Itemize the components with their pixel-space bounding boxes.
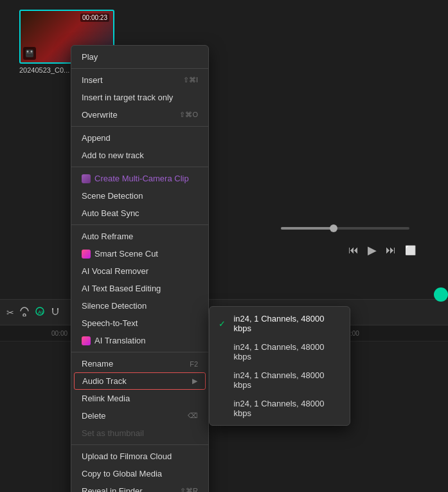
separator-6 xyxy=(71,444,208,445)
menu-label-delete: Delete xyxy=(82,411,106,421)
menu-item-append[interactable]: Append xyxy=(71,129,208,147)
multi-camera-icon xyxy=(82,174,91,183)
svg-rect-3 xyxy=(26,53,33,53)
progress-handle[interactable] xyxy=(330,224,337,232)
shortcut-reveal: ⇧⌘R xyxy=(180,487,198,492)
menu-item-insert-target[interactable]: Insert in target track only xyxy=(71,89,208,106)
menu-item-rename[interactable]: Rename F2 xyxy=(71,355,208,372)
svg-rect-8 xyxy=(57,308,58,310)
menu-label-upload-cloud: Upload to Filmora Cloud xyxy=(82,451,172,461)
menu-item-upload-cloud[interactable]: Upload to Filmora Cloud xyxy=(71,448,208,465)
shortcut-rename: F2 xyxy=(190,360,198,368)
svg-point-1 xyxy=(27,51,29,53)
ruler-mark-0: 00:00 xyxy=(51,330,67,337)
menu-label-silence-detection: Silence Detection xyxy=(82,301,147,311)
menu-item-ai-vocal-remover[interactable]: AI Vocal Remover xyxy=(71,262,208,280)
menu-label-ai-translation: AI Translation xyxy=(94,336,146,345)
menu-label-rename: Rename xyxy=(82,359,113,369)
menu-label-set-thumbnail: Set as thumbnail xyxy=(82,428,144,438)
menu-item-add-new-track[interactable]: Add to new track xyxy=(71,147,208,164)
menu-label-copy-global: Copy to Global Media xyxy=(82,469,162,478)
submenu-track-2[interactable]: in24, 1 Channels, 48000 kbps xyxy=(210,338,350,366)
menu-label-auto-reframe: Auto Reframe xyxy=(82,232,133,241)
menu-item-speech-to-text[interactable]: Speech-to-Text xyxy=(71,314,208,332)
menu-label-speech-to-text: Speech-to-Text xyxy=(82,318,138,328)
thumbnail-timer: 00:00:23 xyxy=(80,14,109,22)
shortcut-overwrite: ⇧⌘O xyxy=(179,111,198,119)
menu-label-ai-vocal-remover: AI Vocal Remover xyxy=(82,266,148,276)
menu-item-multi-camera[interactable]: Create Multi-Camera Clip xyxy=(71,170,208,187)
menu-label-audio-track: Audio Track xyxy=(82,376,127,386)
menu-label-multi-camera: Create Multi-Camera Clip xyxy=(94,174,189,183)
audio-track-arrow-icon: ▶ xyxy=(192,377,197,385)
play-button[interactable]: ▶ xyxy=(368,243,377,257)
audio-track-submenu: ✓ in24, 1 Channels, 48000 kbps in24, 1 C… xyxy=(209,306,350,426)
menu-label-add-new-track: Add to new track xyxy=(82,150,144,160)
separator-2 xyxy=(71,126,208,127)
menu-item-scene-detection[interactable]: Scene Detection xyxy=(71,187,208,205)
submenu-label-track-1: in24, 1 Channels, 48000 kbps xyxy=(233,314,341,333)
scissors-icon[interactable]: ✂ xyxy=(6,307,14,318)
menu-label-insert: Insert xyxy=(82,75,103,85)
smart-scene-cut-icon xyxy=(82,250,91,259)
menu-item-insert[interactable]: Insert ⇧⌘I xyxy=(71,71,208,89)
menu-label-scene-detection: Scene Detection xyxy=(82,191,143,201)
menu-label-overwrite: Overwrite xyxy=(82,110,118,120)
player-controls: ⏮ ▶ ⏭ ⬜ xyxy=(348,243,416,257)
menu-label-play: Play xyxy=(82,52,98,62)
svg-text:AI: AI xyxy=(38,309,43,315)
menu-label-reveal-finder: Reveal in Finder xyxy=(82,486,143,492)
menu-item-silence-detection[interactable]: Silence Detection xyxy=(71,297,208,314)
fullscreen-button[interactable]: ⬜ xyxy=(405,245,416,255)
submenu-track-4[interactable]: in24, 1 Channels, 48000 kbps xyxy=(210,394,350,423)
next-frame-button[interactable]: ⏭ xyxy=(386,244,396,256)
menu-label-insert-target: Insert in target track only xyxy=(82,93,173,102)
svg-rect-7 xyxy=(52,308,53,310)
submenu-label-track-3: in24, 1 Channels, 48000 kbps xyxy=(233,370,341,390)
menu-item-copy-global[interactable]: Copy to Global Media xyxy=(71,465,208,482)
cyan-action-button[interactable] xyxy=(434,287,448,302)
ai-translation-icon xyxy=(82,336,91,345)
magnet-icon[interactable] xyxy=(50,306,60,318)
submenu-track-3[interactable]: in24, 1 Channels, 48000 kbps xyxy=(210,366,350,394)
menu-item-smart-scene-cut[interactable]: Smart Scene Cut xyxy=(71,245,208,262)
separator-5 xyxy=(71,352,208,352)
menu-label-smart-scene-cut: Smart Scene Cut xyxy=(94,249,158,259)
submenu-label-track-2: in24, 1 Channels, 48000 kbps xyxy=(233,342,341,361)
menu-item-overwrite[interactable]: Overwrite ⇧⌘O xyxy=(71,106,208,123)
prev-frame-button[interactable]: ⏮ xyxy=(348,244,359,256)
menu-item-auto-reframe[interactable]: Auto Reframe xyxy=(71,228,208,245)
thumbnail-clip-icon xyxy=(23,47,36,60)
menu-label-append: Append xyxy=(82,133,111,143)
submenu-track-1[interactable]: ✓ in24, 1 Channels, 48000 kbps xyxy=(210,309,350,338)
svg-point-2 xyxy=(31,51,33,53)
separator-4 xyxy=(71,224,208,225)
menu-item-ai-text-editing[interactable]: AI Text Based Editing xyxy=(71,280,208,297)
submenu-label-track-4: in24, 1 Channels, 48000 kbps xyxy=(233,399,341,418)
menu-item-audio-track[interactable]: Audio Track ▶ xyxy=(74,372,206,390)
menu-item-play[interactable]: Play xyxy=(71,48,208,66)
shortcut-delete: ⌫ xyxy=(188,412,198,420)
menu-item-relink-media[interactable]: Relink Media xyxy=(71,390,208,407)
checkmark-track-1: ✓ xyxy=(219,319,228,329)
menu-item-auto-beat-sync[interactable]: Auto Beat Sync xyxy=(71,205,208,222)
menu-label-ai-text-editing: AI Text Based Editing xyxy=(82,284,161,293)
context-menu: Play Insert ⇧⌘I Insert in target track o… xyxy=(71,45,209,492)
menu-item-delete[interactable]: Delete ⌫ xyxy=(71,407,208,424)
separator-1 xyxy=(71,68,208,69)
separator-3 xyxy=(71,167,208,167)
menu-item-set-thumbnail: Set as thumbnail xyxy=(71,424,208,442)
menu-label-auto-beat-sync: Auto Beat Sync xyxy=(82,208,139,218)
svg-point-4 xyxy=(23,314,26,316)
tool-icon-3[interactable]: AI xyxy=(35,306,45,318)
menu-item-reveal-finder[interactable]: Reveal in Finder ⇧⌘R xyxy=(71,482,208,492)
progress-fill xyxy=(281,227,332,230)
menu-label-relink-media: Relink Media xyxy=(82,394,130,403)
tool-icon-2[interactable] xyxy=(19,306,30,318)
progress-bar[interactable] xyxy=(281,227,409,230)
shortcut-insert: ⇧⌘I xyxy=(183,76,198,84)
menu-item-ai-translation[interactable]: AI Translation xyxy=(71,332,208,349)
